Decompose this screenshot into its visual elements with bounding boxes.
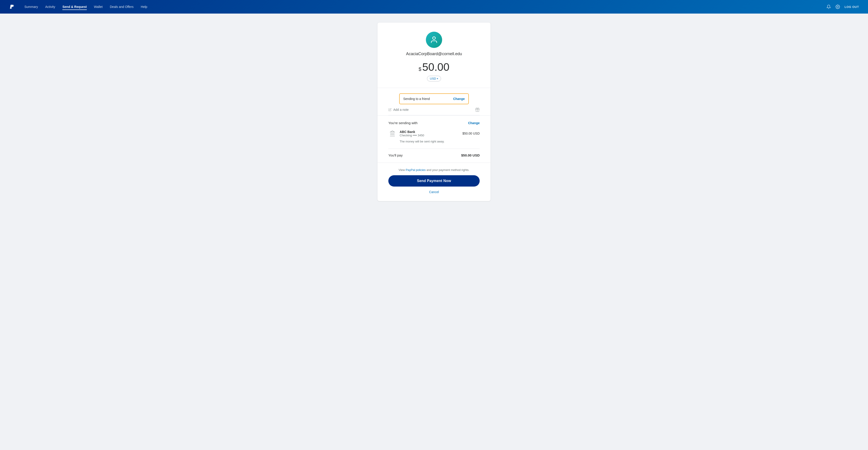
sending-mode-box: Sending to a friend Change xyxy=(399,93,469,104)
payment-section: You're sending with Change ABC Bank xyxy=(377,115,491,149)
amount-row: $ 50.00 xyxy=(418,62,450,72)
policies-link[interactable]: PayPal policies xyxy=(406,168,426,172)
policies-text: View PayPal policies and your payment me… xyxy=(399,168,469,172)
nav-links: Summary Activity Send & Request Wallet D… xyxy=(24,5,827,9)
nav-item-activity[interactable]: Activity xyxy=(45,5,55,9)
add-note-label: Add a note xyxy=(393,108,409,112)
payment-section-header: You're sending with Change xyxy=(388,121,480,125)
nav-item-summary[interactable]: Summary xyxy=(24,5,38,9)
timing-note: The money will be sent right away. xyxy=(388,140,480,143)
svg-point-1 xyxy=(433,37,435,39)
payment-row: ABC Bank Checking •••• 3450 $50.00 USD xyxy=(388,129,480,138)
payment-section-title: You're sending with xyxy=(388,121,417,125)
amount-symbol: $ xyxy=(418,67,421,72)
chevron-down-icon: ▾ xyxy=(437,77,438,80)
page-wrapper: AcaciaCorpBoard@cornell.edu $ 50.00 USD … xyxy=(0,13,868,215)
sending-mode-change-button[interactable]: Change xyxy=(453,97,465,101)
gift-button[interactable] xyxy=(475,108,480,112)
payment-amount: $50.00 USD xyxy=(463,131,480,135)
send-payment-button[interactable]: Send Payment Now xyxy=(388,175,480,186)
youll-pay-label: You'll pay xyxy=(388,153,403,157)
card-top: AcaciaCorpBoard@cornell.edu $ 50.00 USD … xyxy=(377,23,491,88)
nav-item-help[interactable]: Help xyxy=(141,5,147,9)
payment-method-change-button[interactable]: Change xyxy=(468,121,480,125)
bank-icon xyxy=(388,129,397,138)
paypal-logo xyxy=(9,3,16,10)
svg-marker-9 xyxy=(391,131,395,132)
cancel-button[interactable]: Cancel xyxy=(429,190,439,194)
svg-point-0 xyxy=(837,6,838,7)
nav-item-deals[interactable]: Deals and Offers xyxy=(110,5,133,9)
payment-card: AcaciaCorpBoard@cornell.edu $ 50.00 USD … xyxy=(377,23,491,201)
currency-selector[interactable]: USD ▾ xyxy=(427,76,441,82)
nav-item-wallet[interactable]: Wallet xyxy=(94,5,103,9)
notifications-button[interactable] xyxy=(827,4,831,9)
nav-item-send-request[interactable]: Send & Request xyxy=(62,5,87,9)
youll-pay-amount: $50.00 USD xyxy=(461,153,480,157)
youll-pay-section: You'll pay $50.00 USD xyxy=(377,149,491,162)
top-nav: Summary Activity Send & Request Wallet D… xyxy=(0,0,868,13)
logout-button[interactable]: LOG OUT xyxy=(844,5,859,8)
nav-right: LOG OUT xyxy=(827,4,859,9)
bank-name: ABC Bank xyxy=(400,130,459,133)
recipient-email: AcaciaCorpBoard@cornell.edu xyxy=(406,52,462,56)
bank-account: Checking •••• 3450 xyxy=(400,133,459,137)
recipient-avatar xyxy=(426,32,442,48)
sending-mode-label: Sending to a friend xyxy=(403,97,430,101)
bank-details: ABC Bank Checking •••• 3450 xyxy=(400,130,459,137)
pencil-icon xyxy=(388,108,392,111)
settings-button[interactable] xyxy=(835,4,840,9)
note-row: Add a note xyxy=(388,104,480,115)
gift-icon xyxy=(475,108,480,112)
currency-label: USD xyxy=(430,77,436,80)
bottom-section: View PayPal policies and your payment me… xyxy=(377,162,491,201)
amount-value: 50.00 xyxy=(422,62,450,72)
youll-pay-row: You'll pay $50.00 USD xyxy=(388,153,480,157)
note-left: Add a note xyxy=(388,108,409,112)
